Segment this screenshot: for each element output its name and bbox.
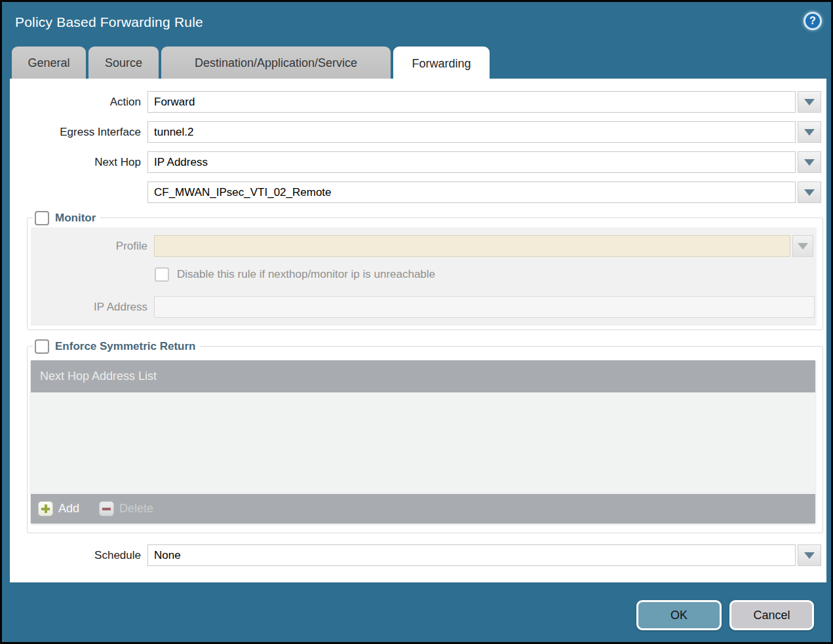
chevron-down-icon xyxy=(804,552,815,559)
next-hop-type-combobox[interactable] xyxy=(147,151,796,173)
egress-interface-label: Egress Interface xyxy=(10,126,141,139)
monitor-checkbox[interactable] xyxy=(35,211,49,225)
chevron-down-icon xyxy=(798,243,808,250)
schedule-label: Schedule xyxy=(10,549,141,562)
profile-label: Profile xyxy=(31,240,147,253)
next-hop-address-row xyxy=(10,181,823,203)
tab-source[interactable]: Source xyxy=(88,47,159,79)
plus-icon xyxy=(38,501,53,516)
monitor-ip-address-row: IP Address xyxy=(31,296,815,318)
disable-rule-row: Disable this rule if nexthop/monitor ip … xyxy=(155,267,435,282)
delete-button: Delete xyxy=(99,501,153,516)
next-hop-address-list-header-label: Next Hop Address List xyxy=(40,369,157,383)
ip-address-label: IP Address xyxy=(31,301,147,314)
chevron-down-icon xyxy=(804,159,815,166)
next-hop-address-dropdown-button[interactable] xyxy=(798,181,821,203)
ok-button[interactable]: OK xyxy=(636,600,722,630)
next-hop-row: Next Hop xyxy=(10,151,823,173)
chevron-down-icon xyxy=(804,99,815,105)
schedule-row: Schedule xyxy=(10,544,823,566)
tab-forwarding[interactable]: Forwarding xyxy=(393,47,490,81)
next-hop-label: Next Hop xyxy=(10,156,141,169)
next-hop-address-list-table: Next Hop Address List Add Delete xyxy=(31,360,815,523)
profile-combobox xyxy=(154,235,790,257)
enforce-symmetric-return-checkbox[interactable] xyxy=(35,339,49,354)
egress-interface-dropdown-button[interactable] xyxy=(798,121,821,143)
next-hop-address-combobox[interactable] xyxy=(147,181,796,203)
cancel-button[interactable]: Cancel xyxy=(729,600,814,630)
action-label: Action xyxy=(10,96,141,109)
profile-dropdown-button xyxy=(792,235,813,257)
chevron-down-icon xyxy=(804,129,815,136)
egress-interface-row: Egress Interface xyxy=(10,121,823,143)
enforce-symmetric-return-fieldset: Enforce Symmetric Return Next Hop Addres… xyxy=(27,346,823,533)
tab-general[interactable]: General xyxy=(12,47,86,79)
pbf-rule-dialog: Policy Based Forwarding Rule ? General S… xyxy=(0,0,833,644)
monitor-ip-address-input xyxy=(154,296,815,318)
next-hop-address-list-body xyxy=(31,392,815,494)
action-dropdown-button[interactable] xyxy=(798,91,821,113)
schedule-dropdown-button[interactable] xyxy=(798,544,821,566)
tab-bar: General Source Destination/Application/S… xyxy=(12,47,490,79)
next-hop-address-list-header: Next Hop Address List xyxy=(31,360,815,392)
add-button-label: Add xyxy=(58,502,79,516)
help-icon[interactable]: ? xyxy=(804,12,822,30)
forwarding-tab-panel: Action Egress Interface Next Hop xyxy=(10,79,826,582)
schedule-combobox[interactable] xyxy=(147,544,796,566)
monitor-legend: Monitor xyxy=(33,210,100,227)
chevron-down-icon xyxy=(804,189,815,196)
action-row: Action xyxy=(10,91,823,113)
enforce-symmetric-return-legend: Enforce Symmetric Return xyxy=(33,338,200,355)
disable-rule-label: Disable this rule if nexthop/monitor ip … xyxy=(177,268,435,281)
delete-button-label: Delete xyxy=(119,502,153,516)
add-button[interactable]: Add xyxy=(38,501,79,516)
enforce-symmetric-return-legend-label: Enforce Symmetric Return xyxy=(55,340,195,353)
egress-interface-combobox[interactable] xyxy=(147,121,796,143)
minus-icon xyxy=(99,501,114,516)
next-hop-address-list-toolbar: Add Delete xyxy=(31,494,815,523)
monitor-profile-row: Profile xyxy=(31,235,813,257)
disable-rule-checkbox xyxy=(155,267,169,282)
monitor-fieldset: Monitor Profile Disable this rule if nex… xyxy=(27,218,823,330)
monitor-panel: Profile Disable this rule if nexthop/mon… xyxy=(31,227,817,326)
tab-destination-application-service[interactable]: Destination/Application/Service xyxy=(161,47,391,79)
monitor-legend-label: Monitor xyxy=(55,212,96,225)
action-combobox[interactable] xyxy=(147,91,796,113)
help-glyph: ? xyxy=(809,15,816,27)
dialog-title: Policy Based Forwarding Rule xyxy=(15,14,203,30)
next-hop-type-dropdown-button[interactable] xyxy=(798,151,821,173)
